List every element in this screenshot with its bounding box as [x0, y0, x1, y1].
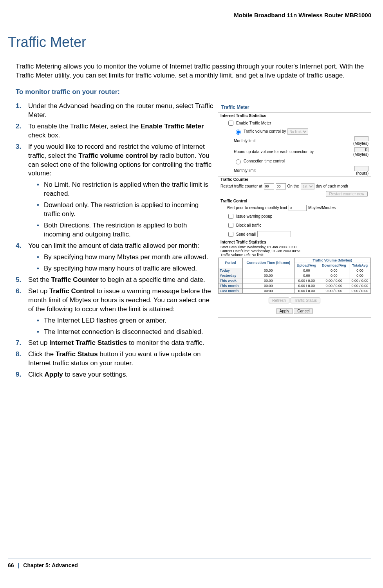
th-ct: Connection Time (hh:mm)	[242, 258, 294, 268]
bullet: By specifying how many hours of traffic …	[37, 264, 214, 273]
th-dn: Download/Avg	[319, 263, 349, 268]
hours-box	[354, 166, 369, 171]
vol-left: Traffic Volume Left: No limit	[218, 253, 371, 257]
hours-unit: (hours)	[356, 171, 369, 175]
bold: Internet Traffic Statistics	[49, 339, 127, 346]
bullet: The Internet connection is disconnected …	[37, 328, 214, 337]
send-email-input[interactable]	[257, 231, 291, 237]
start-dt: Start Date/Time: Wednesday, 01 Jan 2003 …	[218, 245, 371, 249]
text: Click	[28, 371, 45, 378]
vol-ctrl-label: Traffic volume control by	[244, 129, 286, 133]
table-row: Today00:000.000.000.00	[219, 268, 371, 273]
text: Set up	[28, 287, 49, 295]
stats-table: Period Connection Time (hh:mm) Traffic V…	[218, 258, 371, 294]
step-8: Click the Traffic Status button if you w…	[16, 350, 214, 368]
volume-control-radio[interactable]	[236, 130, 241, 135]
alert-value-input[interactable]	[289, 205, 307, 211]
refresh-button[interactable]: Refresh	[269, 298, 289, 303]
bullet: By specifying how many Mbytes per month …	[37, 253, 214, 262]
mb-unit2: (Mbytes)	[353, 152, 369, 157]
apply-button[interactable]: Apply	[276, 308, 293, 314]
text: Set the	[28, 276, 51, 283]
doc-header: Mobile Broadband 11n Wireless Router MBR…	[8, 8, 371, 34]
text: to save your settings.	[63, 371, 128, 378]
bold: Traffic Status	[56, 350, 98, 358]
mb-unit-box	[354, 136, 369, 141]
restart-hh-input[interactable]	[264, 183, 274, 189]
text: Set up	[28, 339, 49, 346]
conn-time-radio[interactable]	[236, 159, 241, 164]
step-4: You can limit the amount of data traffic…	[16, 242, 214, 273]
restart-label-c: day of each month	[316, 184, 348, 188]
page-title: Traffic Meter	[8, 34, 371, 51]
block-label: Block all traffic	[236, 223, 261, 227]
step-6: Set up Traffic Control to issue a warnin…	[16, 287, 214, 337]
th-vol: Traffic Volume (Mbytes)	[294, 258, 370, 263]
cancel-button[interactable]: Cancel	[294, 308, 313, 314]
bold: Traffic Counter	[51, 276, 99, 283]
bullet: Both Directions. The restriction is appl…	[37, 221, 214, 239]
shot-title: Traffic Meter	[218, 102, 371, 112]
step-5: Set the Traffic Counter to begin at a sp…	[16, 276, 214, 285]
traffic-status-button[interactable]: Traffic Status	[291, 298, 320, 303]
th-up: Upload/Avg	[294, 263, 319, 268]
bold: Traffic Control	[49, 287, 95, 295]
step-3: If you would like to record and restrict…	[16, 142, 214, 239]
monthly-limit-label-2: Monthly limit	[234, 168, 256, 173]
table-row: Yesterday00:000.000.000.00	[219, 273, 371, 278]
restart-mm-input[interactable]	[276, 183, 286, 189]
restart-counter-button[interactable]: Restart counter now	[326, 191, 368, 197]
volume-select[interactable]: No limit	[287, 128, 308, 135]
footer-sep: |	[15, 562, 22, 568]
shot-section-stats: Internet Traffic Statistics	[218, 112, 371, 119]
th-period: Period	[219, 258, 243, 268]
bold: Enable Traffic Meter	[141, 123, 204, 130]
page-footer: 66 | Chapter 5: Advanced	[8, 559, 371, 572]
sub-heading: To monitor traffic on your router:	[16, 88, 371, 96]
conn-time-label: Connection time control	[244, 159, 285, 163]
page-number: 66	[8, 562, 14, 568]
monthly-limit-label: Monthly limit	[234, 139, 256, 143]
intro-paragraph: Traffic Metering allows you to monitor t…	[16, 62, 371, 80]
text: You can limit the amount of data traffic…	[28, 242, 199, 249]
step-2: To enable the Traffic Meter, select the …	[16, 122, 214, 140]
step-9: Click Apply to save your settings.	[16, 370, 214, 379]
table-row: This month00:000.00 / 0.000.00 / 0.000.0…	[219, 283, 371, 288]
restart-label-b: On the	[287, 184, 299, 188]
bullet: The Internet LED flashes green or amber.	[37, 316, 214, 325]
restart-day-select[interactable]: 1st	[301, 183, 314, 189]
bold: Apply	[45, 371, 63, 378]
screenshot-panel: Traffic Meter Internet Traffic Statistic…	[218, 102, 371, 317]
bold: Traffic volume control by	[78, 152, 157, 159]
roundup-val: 0	[354, 147, 369, 152]
shot-section-control: Traffic Control	[218, 198, 371, 204]
mb-unit: (Mbytes)	[353, 141, 369, 146]
roundup-label: Round up data volume for each connection…	[234, 150, 314, 154]
table-row: This week00:000.00 / 0.000.00 / 0.000.00…	[219, 278, 371, 283]
send-label: Send email	[236, 232, 256, 236]
chapter-label: Chapter 5: Advanced	[23, 562, 78, 568]
text: to begin at a specific time and date.	[99, 276, 205, 283]
alert-label: Alert prior to reaching monthly limit	[227, 206, 287, 210]
enable-traffic-checkbox[interactable]	[228, 121, 233, 126]
issue-warning-checkbox[interactable]	[228, 214, 233, 219]
bullet: No Limit. No restriction is applied when…	[37, 180, 214, 198]
text: Click the	[28, 350, 56, 358]
enable-label: Enable Traffic Meter	[236, 121, 271, 125]
step-1: Under the Advanced heading on the router…	[16, 102, 214, 120]
text: check box.	[28, 132, 60, 139]
restart-label-a: Restart traffic counter at	[220, 184, 262, 188]
curr-dt: Current Date/Time: Wednesday, 01 Jan 200…	[218, 249, 371, 253]
alert-unit: Mbytes/Minutes	[308, 206, 336, 210]
text: To enable the Traffic Meter, select the	[28, 123, 141, 130]
step-7: Set up Internet Traffic Statistics to mo…	[16, 339, 214, 348]
block-traffic-checkbox[interactable]	[228, 223, 233, 228]
shot-section-counter: Traffic Counter	[218, 176, 371, 182]
send-email-checkbox[interactable]	[228, 232, 233, 237]
issue-label: Issue warning popup	[236, 214, 272, 218]
steps-list: Under the Advanced heading on the router…	[16, 102, 214, 379]
th-tot: Total/Avg	[349, 263, 370, 268]
bullet: Download only. The restriction is applie…	[37, 201, 214, 219]
table-row: Last month00:000.00 / 0.000.00 / 0.000.0…	[219, 288, 371, 293]
text: to monitor the data traffic.	[127, 339, 204, 346]
